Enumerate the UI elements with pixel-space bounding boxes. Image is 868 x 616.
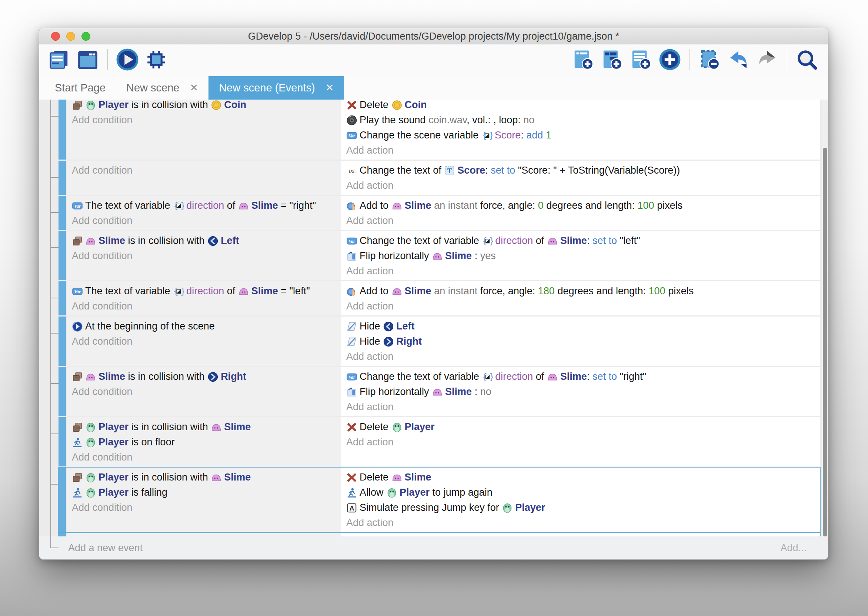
text-segment: Player xyxy=(399,487,429,498)
action-line[interactable]: Hide Left xyxy=(346,319,815,334)
add-action-button[interactable]: Add action xyxy=(346,349,815,364)
action-line[interactable]: ASimulate pressing Jump key for Player xyxy=(346,500,815,515)
add-action-button[interactable]: Add action xyxy=(346,515,815,531)
tab-close-icon[interactable]: ✕ xyxy=(326,83,334,93)
action-line[interactable]: Delete Coin xyxy=(346,100,815,113)
event-drag-handle[interactable] xyxy=(58,316,66,366)
text-segment: "right" xyxy=(617,371,646,382)
event-drag-handle[interactable] xyxy=(58,417,66,467)
add-action-button[interactable]: Add action xyxy=(346,213,815,228)
condition-line[interactable]: Player is on floor xyxy=(72,435,335,450)
search-icon[interactable] xyxy=(796,48,818,71)
play-icon[interactable] xyxy=(116,48,139,71)
action-line[interactable]: Play the sound coin.wav, vol.: , loop: n… xyxy=(346,113,815,128)
action-line[interactable]: VarChange the text of variable {}directi… xyxy=(346,369,815,384)
conditions-panel: Player is in collision with SlimePlayer … xyxy=(67,468,341,532)
add-event-icon[interactable] xyxy=(572,48,595,71)
add-action-button[interactable]: Add action xyxy=(346,264,815,279)
add-comment-icon[interactable] xyxy=(629,48,653,71)
condition-line[interactable]: Player is in collision with Slime xyxy=(72,420,335,435)
add-condition-button[interactable]: Add condition xyxy=(72,163,335,178)
event-drag-handle[interactable] xyxy=(58,231,66,280)
action-line[interactable]: VarChange the text of variable {}directi… xyxy=(346,233,815,248)
add-condition-button[interactable]: Add condition xyxy=(72,450,335,465)
add-action-button[interactable]: Add action xyxy=(346,435,815,450)
event-row[interactable]: Add conditiontxtChange the text of TScor… xyxy=(58,161,820,195)
action-line[interactable]: Allow Player to jump again xyxy=(346,485,815,500)
action-line[interactable]: VarChange the scene variable {}Score: ad… xyxy=(346,128,815,143)
text-segment: 100 xyxy=(649,285,665,297)
event-row[interactable]: Player is in collision with CheckpointAd… xyxy=(58,533,820,536)
add-condition-button[interactable]: Add condition xyxy=(72,113,335,128)
title-bar[interactable]: GDevelop 5 - /Users/david/Documents/GDev… xyxy=(39,28,828,45)
add-condition-button[interactable]: Add condition xyxy=(72,500,335,515)
text-segment: no xyxy=(523,115,535,126)
delete-icon xyxy=(346,472,357,483)
tab-new-scene[interactable]: New scene✕ xyxy=(116,76,209,100)
event-row[interactable]: Player is in collision with SlimePlayer … xyxy=(58,468,820,532)
add-button[interactable]: Add... xyxy=(780,542,807,554)
scene-editor-icon[interactable] xyxy=(76,48,99,71)
add-action-button[interactable]: Add action xyxy=(346,299,815,314)
event-row[interactable]: Player is in collision with CoinAdd cond… xyxy=(58,100,820,160)
action-line[interactable]: Hide Right xyxy=(346,334,815,349)
event-row[interactable]: At the beginning of the sceneAdd conditi… xyxy=(58,316,820,366)
event-drag-handle[interactable] xyxy=(58,281,66,316)
action-line[interactable]: Delete Slime xyxy=(346,470,815,485)
text-segment: Add to xyxy=(360,285,392,297)
tab-new-scene-events-[interactable]: New scene (Events)✕ xyxy=(209,76,344,100)
condition-line[interactable]: At the beginning of the scene xyxy=(72,319,335,334)
condition-line[interactable]: VarThe text of variable {}direction of S… xyxy=(72,198,335,213)
text-segment: of xyxy=(533,371,547,382)
action-line[interactable]: Flip horizontally Slime : yes xyxy=(346,248,815,264)
add-condition-button[interactable]: Add condition xyxy=(72,213,335,228)
event-drag-handle[interactable] xyxy=(58,533,66,536)
scrollbar-thumb[interactable] xyxy=(823,148,827,536)
vertical-scrollbar[interactable] xyxy=(822,100,828,536)
tree-corner xyxy=(50,534,58,548)
action-line[interactable]: Add to Slime an instant force, angle: 18… xyxy=(346,284,815,299)
add-condition-button[interactable]: Add condition xyxy=(72,384,335,399)
event-row[interactable]: Player is in collision with SlimePlayer … xyxy=(58,417,820,467)
condition-line[interactable]: Slime is in collision with Right xyxy=(72,369,335,384)
undo-icon[interactable] xyxy=(727,48,750,71)
svg-text:Var: Var xyxy=(349,133,355,138)
add-plus-icon[interactable] xyxy=(659,48,681,71)
event-drag-handle[interactable] xyxy=(58,161,66,195)
conditions-panel: Player is in collision with CheckpointAd… xyxy=(67,533,341,536)
action-line[interactable]: txtChange the text of TScore: set to "Sc… xyxy=(346,163,815,178)
event-row[interactable]: Slime is in collision with LeftAdd condi… xyxy=(58,231,820,280)
condition-line[interactable]: Player is falling xyxy=(72,485,335,500)
condition-line[interactable]: Player is in collision with Slime xyxy=(72,470,335,485)
event-drag-handle[interactable] xyxy=(58,367,66,416)
tab-start-page[interactable]: Start Page xyxy=(44,76,116,100)
event-row[interactable]: Slime is in collision with RightAdd cond… xyxy=(58,367,820,416)
add-subevent-icon[interactable] xyxy=(601,48,624,71)
event-drag-handle[interactable] xyxy=(58,100,66,160)
condition-line[interactable]: VarThe text of variable {}direction of S… xyxy=(72,284,335,299)
condition-line[interactable]: Player is in collision with Coin xyxy=(72,100,335,113)
add-action-button[interactable]: Add action xyxy=(346,178,815,193)
redo-icon[interactable] xyxy=(756,48,779,71)
add-condition-button[interactable]: Add condition xyxy=(72,334,335,349)
text-segment: "Score: " + ToString(Variable(Score)) xyxy=(515,165,680,176)
project-manager-icon[interactable] xyxy=(47,48,70,71)
action-line[interactable]: Add to Slime an instant force, angle: 0 … xyxy=(346,198,815,213)
event-row[interactable]: VarThe text of variable {}direction of S… xyxy=(58,196,820,230)
action-line[interactable]: Flip horizontally Slime : no xyxy=(346,384,815,399)
action-line[interactable]: Delete Player xyxy=(346,420,815,435)
remove-event-icon[interactable] xyxy=(698,48,721,71)
event-drag-handle[interactable] xyxy=(58,468,66,532)
add-condition-button[interactable]: Add condition xyxy=(72,299,335,314)
condition-line[interactable]: Slime is in collision with Left xyxy=(72,233,335,248)
event-row[interactable]: VarThe text of variable {}direction of S… xyxy=(58,281,820,316)
text-segment: Slime xyxy=(445,386,472,397)
event-drag-handle[interactable] xyxy=(58,196,66,230)
add-action-button[interactable]: Add action xyxy=(346,143,815,158)
add-condition-button[interactable]: Add condition xyxy=(72,248,335,264)
debug-icon[interactable] xyxy=(145,48,168,71)
add-action-button[interactable]: Add action xyxy=(346,399,815,415)
text-segment xyxy=(431,200,434,211)
add-new-event-button[interactable]: Add a new event xyxy=(68,542,143,554)
tab-close-icon[interactable]: ✕ xyxy=(190,83,198,93)
